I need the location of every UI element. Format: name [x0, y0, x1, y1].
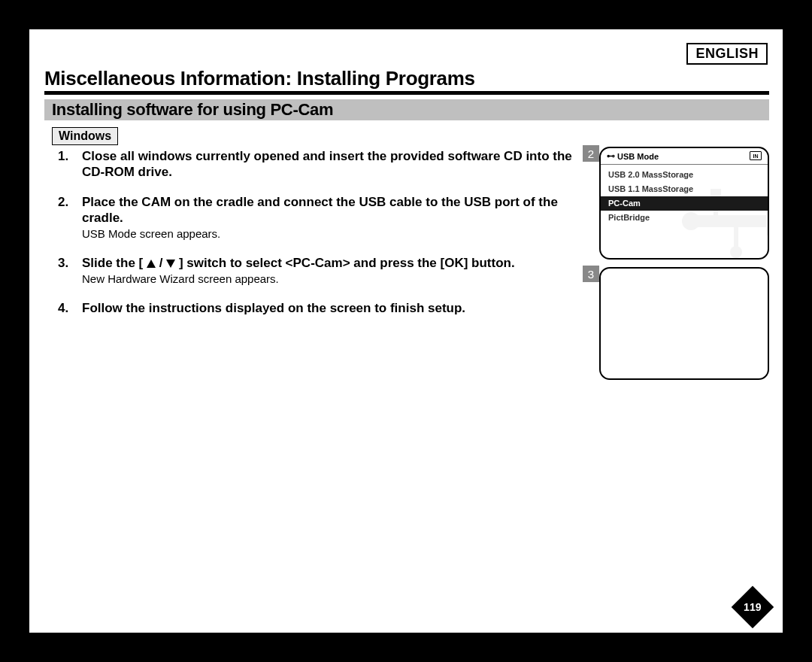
list-item: USB 2.0 MassStorage — [601, 168, 768, 182]
step-number: 1. — [58, 148, 82, 181]
os-label: Windows — [52, 127, 118, 145]
title-rule — [44, 91, 769, 95]
up-triangle-icon — [147, 260, 156, 268]
step-2: 2. Place the CAM on the cradle and conne… — [58, 194, 577, 241]
page-title: Miscellaneous Information: Installing Pr… — [44, 67, 475, 90]
down-triangle-icon — [166, 260, 175, 268]
figure-number: 2 — [583, 145, 599, 162]
step-number: 3. — [58, 255, 82, 287]
step-text: Place the CAM on the cradle and connect … — [82, 194, 577, 226]
step-number: 4. — [58, 300, 82, 316]
step-4: 4. Follow the instructions displayed on … — [58, 300, 577, 316]
step-subtext: New Hardware Wizard screen appears. — [82, 272, 515, 287]
device-screen-blank — [599, 267, 769, 380]
section-title: Installing software for using PC-Cam — [44, 99, 769, 120]
figure-wizard: 3 — [586, 267, 769, 380]
page-number-badge: 119 — [732, 586, 774, 629]
language-box: ENGLISH — [686, 43, 768, 65]
step-number: 2. — [58, 194, 82, 241]
svg-rect-6 — [734, 225, 738, 251]
step-text: Follow the instructions displayed on the… — [82, 300, 465, 316]
device-screen: ⊷ USB Mode IN USB 2.0 — [599, 147, 769, 260]
figure-column: 2 ⊷ USB Mode IN — [586, 147, 769, 387]
manual-page: ENGLISH Miscellaneous Information: Insta… — [29, 29, 783, 633]
usb-mode-list: USB 2.0 MassStorage USB 1.1 MassStorage … — [601, 165, 768, 227]
step-1: 1. Close all windows currently opened an… — [58, 148, 577, 181]
step-3: 3. Slide the [ / ] switch to select <PC-… — [58, 255, 577, 287]
list-item: USB 1.1 MassStorage — [601, 182, 768, 196]
storage-in-icon: IN — [750, 151, 762, 160]
screen-title: USB Mode — [617, 152, 659, 161]
separator: / — [159, 256, 166, 270]
step-subtext: USB Mode screen appears. — [82, 227, 577, 241]
page-number: 119 — [744, 601, 761, 613]
step-text: Close all windows currently opened and i… — [82, 148, 577, 181]
step-text: Slide the [ / ] switch to select <PC-Cam… — [82, 255, 515, 271]
list-item-selected: PC-Cam — [601, 196, 768, 211]
instruction-list: 1. Close all windows currently opened an… — [58, 148, 577, 329]
list-item: PictBridge — [601, 211, 768, 225]
usb-icon: ⊷ — [607, 151, 614, 161]
figure-usb-mode: 2 ⊷ USB Mode IN — [586, 147, 769, 260]
screen-header: ⊷ USB Mode IN — [601, 148, 768, 165]
figure-number: 3 — [583, 266, 599, 282]
